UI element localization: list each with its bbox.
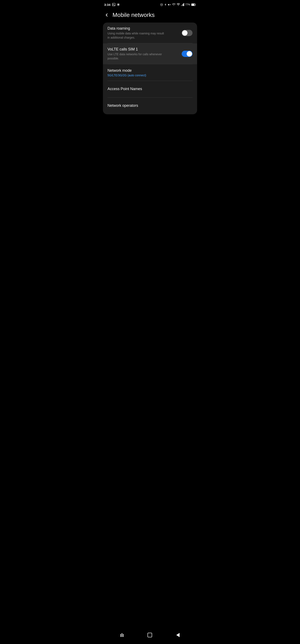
- home-button[interactable]: [146, 631, 154, 639]
- volte-calls-item[interactable]: VoLTE calls SIM 1 Use LTE data networks …: [103, 44, 197, 64]
- access-point-names-title: Access Point Names: [107, 87, 193, 91]
- status-right: 77%: [160, 3, 196, 6]
- volte-calls-knob: [187, 51, 192, 56]
- svg-rect-12: [195, 4, 196, 5]
- gallery-icon: [112, 3, 115, 6]
- home-icon: [147, 633, 152, 637]
- volte-calls-toggle[interactable]: [182, 51, 193, 57]
- wifi-icon: [177, 3, 180, 6]
- network-mode-title: Network mode: [107, 68, 193, 73]
- settings-card: Data roaming Using mobile data while roa…: [103, 22, 197, 114]
- data-roaming-toggle[interactable]: [182, 30, 193, 36]
- mute-icon: [168, 3, 171, 6]
- status-time: 3:34: [104, 3, 110, 6]
- data-roaming-title: Data roaming: [107, 26, 182, 31]
- header: Mobile networks: [100, 8, 200, 22]
- data-roaming-knob: [182, 30, 188, 36]
- svg-point-9: [174, 5, 174, 6]
- svg-point-1: [113, 4, 114, 4]
- data-roaming-item[interactable]: Data roaming Using mobile data while roa…: [103, 22, 197, 44]
- status-left: 3:34: [104, 3, 120, 6]
- back-nav-icon: [176, 633, 180, 637]
- signal-strength-icon: [181, 3, 184, 6]
- back-button[interactable]: [103, 12, 110, 18]
- network-operators-text: Network operators: [107, 104, 193, 109]
- volte-calls-text: VoLTE calls SIM 1 Use LTE data networks …: [107, 47, 182, 60]
- main-content: Data roaming Using mobile data while roa…: [100, 22, 200, 135]
- battery-percentage: 77%: [185, 3, 190, 6]
- wifi-calling-icon: [172, 3, 176, 6]
- alarm-icon: [160, 3, 163, 6]
- network-operators-title: Network operators: [107, 104, 193, 108]
- network-mode-value: 5G/LTE/3G/2G (auto connect): [107, 74, 193, 77]
- page-title: Mobile networks: [112, 12, 155, 18]
- network-mode-text: Network mode 5G/LTE/3G/2G (auto connect): [107, 68, 193, 77]
- volte-calls-subtitle: Use LTE data networks for calls whenever…: [107, 52, 166, 60]
- svg-rect-13: [192, 4, 195, 6]
- status-bar: 3:34: [100, 0, 200, 8]
- recents-icon: [120, 633, 124, 637]
- bluetooth-icon: [164, 3, 167, 6]
- access-point-names-text: Access Point Names: [107, 87, 193, 92]
- back-nav-button[interactable]: [175, 631, 181, 639]
- freeze-icon: [117, 3, 120, 6]
- volte-calls-title: VoLTE calls SIM 1: [107, 47, 182, 52]
- access-point-names-item[interactable]: Access Point Names: [103, 81, 197, 98]
- network-operators-item[interactable]: Network operators: [103, 98, 197, 114]
- status-left-icons: [112, 3, 120, 6]
- recents-button[interactable]: [119, 632, 125, 638]
- battery-icon: [191, 3, 196, 6]
- data-roaming-text: Data roaming Using mobile data while roa…: [107, 26, 182, 40]
- network-mode-item[interactable]: Network mode 5G/LTE/3G/2G (auto connect): [103, 64, 197, 81]
- svg-point-10: [178, 6, 179, 6]
- bottom-navigation: [100, 628, 200, 644]
- data-roaming-subtitle: Using mobile data while roaming may resu…: [107, 32, 166, 40]
